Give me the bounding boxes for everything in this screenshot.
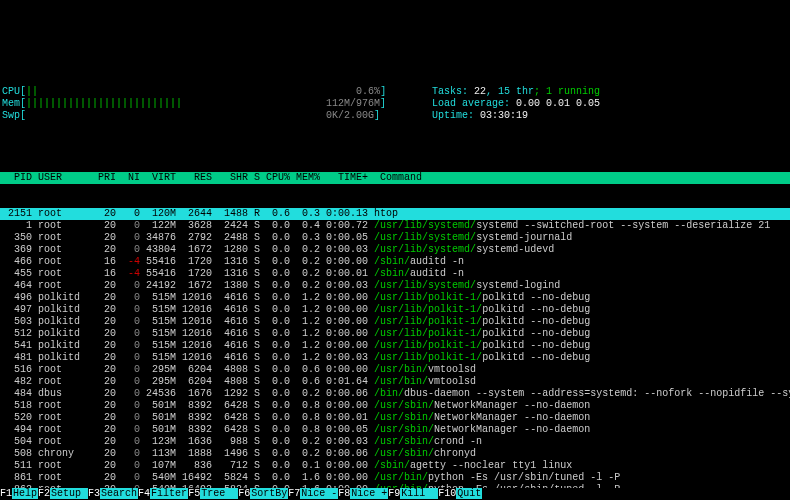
fkey-F2[interactable]: F2 (38, 488, 50, 499)
process-list[interactable]: 2151 root 20 0 120M 2644 1488 R 0.6 0.3 … (0, 208, 790, 500)
mem-label: Mem (2, 98, 20, 109)
fkey-F5[interactable]: F5 (188, 488, 200, 499)
process-row[interactable]: 516 root 20 0 295M 6204 4808 S 0.0 0.6 0… (0, 364, 790, 376)
process-row[interactable]: 518 root 20 0 501M 8392 6428 S 0.0 0.8 0… (0, 400, 790, 412)
fkey-F10[interactable]: F10 (438, 488, 456, 499)
process-row[interactable]: 481 polkitd 20 0 515M 12016 4616 S 0.0 1… (0, 352, 790, 364)
cpu-value: 0.6% (356, 86, 380, 97)
fkey-F1[interactable]: F1 (0, 488, 12, 499)
fkey-F9[interactable]: F9 (388, 488, 400, 499)
load-average: 0.00 0.01 0.05 (516, 98, 600, 109)
process-row[interactable]: 494 root 20 0 501M 8392 6428 S 0.0 0.8 0… (0, 424, 790, 436)
stats-panel: Tasks: 22, 15 thr; 1 running Load averag… (432, 74, 600, 134)
column-headers[interactable]: PID USER PRI NI VIRT RES SHR S CPU% MEM%… (0, 172, 790, 184)
process-row[interactable]: 512 polkitd 20 0 515M 12016 4616 S 0.0 1… (0, 328, 790, 340)
fkey-F8[interactable]: F8 (338, 488, 350, 499)
swp-label: Swp (2, 110, 20, 121)
task-count: 22 (474, 86, 486, 97)
process-row[interactable]: 511 root 20 0 107M 836 712 S 0.0 0.1 0:0… (0, 460, 790, 472)
cpu-label: CPU (2, 86, 20, 97)
process-row[interactable]: 464 root 20 0 24192 1672 1380 S 0.0 0.2 … (0, 280, 790, 292)
process-row[interactable]: 482 root 20 0 295M 6204 4808 S 0.0 0.6 0… (0, 376, 790, 388)
process-row[interactable]: 496 polkitd 20 0 515M 12016 4616 S 0.0 1… (0, 292, 790, 304)
fkey-F3[interactable]: F3 (88, 488, 100, 499)
swp-value: 0K/2.00G (326, 110, 374, 121)
fkey-F4[interactable]: F4 (138, 488, 150, 499)
process-row[interactable]: 1 root 20 0 122M 3628 2424 S 0.0 0.4 0:0… (0, 220, 790, 232)
mem-value: 112M/976M (326, 98, 380, 109)
process-row[interactable]: 455 root 16 -4 55416 1720 1316 S 0.0 0.2… (0, 268, 790, 280)
process-row[interactable]: 2151 root 20 0 120M 2644 1488 R 0.6 0.3 … (0, 208, 790, 220)
fkey-F7[interactable]: F7 (288, 488, 300, 499)
process-row[interactable]: 369 root 20 0 43804 1672 1280 S 0.0 0.2 … (0, 244, 790, 256)
process-row[interactable]: 503 polkitd 20 0 515M 12016 4616 S 0.0 1… (0, 316, 790, 328)
process-row[interactable]: 504 root 20 0 123M 1636 988 S 0.0 0.2 0:… (0, 436, 790, 448)
process-row[interactable]: 466 root 16 -4 55416 1720 1316 S 0.0 0.2… (0, 256, 790, 268)
process-row[interactable]: 520 root 20 0 501M 8392 6428 S 0.0 0.8 0… (0, 412, 790, 424)
process-row[interactable]: 541 polkitd 20 0 515M 12016 4616 S 0.0 1… (0, 340, 790, 352)
process-row[interactable]: 861 root 20 0 540M 16492 5824 S 0.0 1.6 … (0, 472, 790, 484)
function-keys[interactable]: F1HelpF2Setup F3SearchF4FilterF5Tree F6S… (0, 488, 790, 500)
uptime: 03:30:19 (480, 110, 528, 121)
meters-panel: CPU[|| 0.6%] Mem[|||||||||||||||||||||||… (0, 48, 790, 148)
process-row[interactable]: 484 dbus 20 0 24536 1676 1292 S 0.0 0.2 … (0, 388, 790, 400)
fkey-F6[interactable]: F6 (238, 488, 250, 499)
process-row[interactable]: 508 chrony 20 0 113M 1888 1496 S 0.0 0.2… (0, 448, 790, 460)
process-row[interactable]: 350 root 20 0 34876 2792 2488 S 0.0 0.3 … (0, 232, 790, 244)
process-row[interactable]: 497 polkitd 20 0 515M 12016 4616 S 0.0 1… (0, 304, 790, 316)
